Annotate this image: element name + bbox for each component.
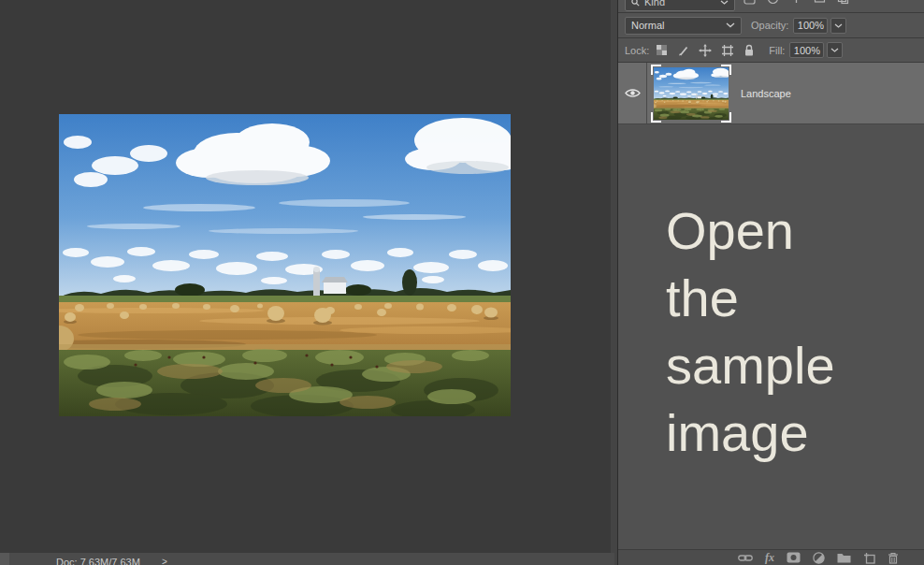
- lock-transparency-icon[interactable]: [656, 44, 668, 56]
- new-layer-icon[interactable]: [863, 552, 875, 564]
- layer-mask-icon[interactable]: [787, 552, 801, 563]
- fill-input[interactable]: 100%: [789, 42, 824, 58]
- blend-mode-dropdown[interactable]: Normal: [625, 17, 742, 35]
- lock-position-move-icon[interactable]: [699, 44, 712, 57]
- filter-pixel-layers-icon[interactable]: [744, 0, 756, 5]
- lock-buttons: [656, 44, 755, 57]
- layer-row-landscape[interactable]: Landscape: [618, 63, 924, 124]
- search-icon: [631, 0, 640, 7]
- chevron-down-icon: [830, 48, 839, 52]
- thumbnail-selection-bracket: [651, 112, 661, 123]
- status-bar: Doc: 7.63M/7.63M >: [9, 553, 614, 565]
- filter-adjustment-layers-icon[interactable]: [767, 0, 779, 5]
- fill-value: 100%: [794, 45, 820, 56]
- document-image[interactable]: [59, 114, 511, 416]
- opacity-value: 100%: [798, 20, 824, 31]
- delete-layer-trash-icon[interactable]: [888, 552, 899, 564]
- link-layers-icon[interactable]: [738, 553, 753, 563]
- doc-size-readout: Doc: 7.63M/7.63M: [56, 557, 140, 565]
- filter-type-layers-icon[interactable]: [790, 0, 802, 5]
- fill-label[interactable]: Fill:: [769, 45, 785, 56]
- visibility-eye-icon[interactable]: [625, 88, 641, 98]
- photoshop-window: Doc: 7.63M/7.63M > Kind Normal: [0, 0, 924, 565]
- adjustment-layer-icon[interactable]: [813, 552, 825, 564]
- thumbnail-selection-bracket: [651, 65, 661, 75]
- lock-all-padlock-icon[interactable]: [744, 44, 755, 57]
- canvas-area: Doc: 7.63M/7.63M >: [0, 0, 618, 565]
- blend-mode-value: Normal: [631, 20, 664, 31]
- layers-panel: Kind Normal Opacity: 100%: [618, 0, 924, 565]
- chevron-down-icon: [720, 0, 729, 5]
- lock-image-brush-icon[interactable]: [677, 44, 689, 56]
- chevron-down-icon: [726, 22, 735, 28]
- chevron-down-icon: [834, 23, 843, 28]
- filter-type-icons: [744, 0, 849, 5]
- layers-panel-footer: fx: [618, 549, 924, 565]
- status-options-chevron-icon[interactable]: >: [162, 557, 167, 565]
- layer-name[interactable]: Landscape: [741, 88, 791, 99]
- thumbnail-selection-bracket: [721, 65, 731, 75]
- opacity-input[interactable]: 100%: [793, 18, 828, 34]
- new-group-icon[interactable]: [837, 552, 851, 563]
- lock-label: Lock:: [625, 45, 649, 56]
- thumbnail-selection-bracket: [721, 112, 731, 123]
- opacity-slider-button[interactable]: [830, 18, 846, 34]
- filter-smart-objects-icon[interactable]: [837, 0, 849, 5]
- filter-kind-dropdown[interactable]: Kind: [625, 0, 735, 11]
- canvas-edge-strip: [611, 0, 617, 565]
- lock-options-row: Lock: Fill: 100%: [618, 38, 924, 63]
- fill-slider-button[interactable]: [827, 42, 843, 58]
- layer-list-empty-area: Open the sample image: [618, 124, 924, 549]
- tutorial-overlay-text: Open the sample image: [666, 197, 858, 467]
- opacity-label[interactable]: Opacity:: [751, 20, 788, 31]
- blend-options-row: Normal Opacity: 100%: [618, 13, 924, 38]
- layer-style-fx-icon[interactable]: fx: [765, 552, 774, 563]
- filter-shape-layers-icon[interactable]: [814, 0, 826, 5]
- filter-kind-label: Kind: [644, 0, 665, 7]
- visibility-column: [618, 63, 647, 123]
- layers-filter-row: Kind: [618, 0, 924, 13]
- lock-artboard-icon[interactable]: [721, 44, 734, 57]
- layer-thumbnail[interactable]: [651, 65, 731, 123]
- statusbar-corner: [0, 553, 9, 565]
